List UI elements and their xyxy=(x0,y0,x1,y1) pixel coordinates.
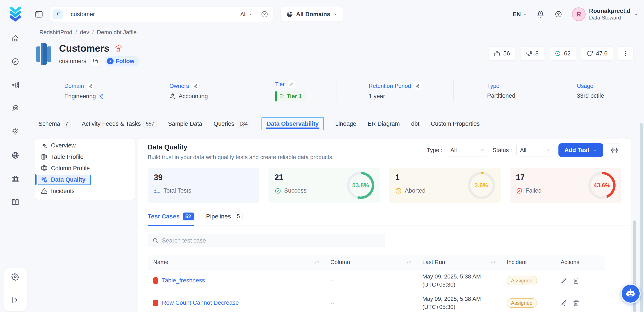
delete-test-button[interactable] xyxy=(573,277,580,284)
rail-item-lineage[interactable] xyxy=(10,80,20,90)
ai-search-chip[interactable] xyxy=(52,9,62,19)
tab-er-diagram[interactable]: ER Diagram xyxy=(368,120,400,127)
subnav-item-overview[interactable]: Overview xyxy=(35,140,135,151)
edit-tier-button[interactable] xyxy=(287,80,295,88)
edit-test-button[interactable] xyxy=(561,277,567,284)
rail-item-domains[interactable] xyxy=(10,150,20,160)
column-value: -- xyxy=(325,277,417,284)
owners-value[interactable]: Accounting xyxy=(169,93,208,100)
test-case-link[interactable]: Row Count Cannot Decrease xyxy=(162,299,239,306)
rail-item-govern[interactable] xyxy=(10,174,20,184)
breadcrumb-separator: / xyxy=(92,29,94,36)
aborted-card: 1 Aborted 2.6% xyxy=(389,168,501,203)
domain-value[interactable]: Engineering xyxy=(64,93,104,100)
edit-test-button[interactable] xyxy=(561,300,567,306)
follow-button[interactable]: ★ Follow xyxy=(105,56,139,66)
edit-domain-button[interactable] xyxy=(87,82,94,90)
clear-search-icon[interactable] xyxy=(261,11,268,18)
edit-retention-button[interactable] xyxy=(414,82,422,90)
subnav-item-column-profile[interactable]: Column Profile xyxy=(35,163,135,174)
rail-item-home[interactable] xyxy=(10,33,20,43)
failed-card: 17 Failed 43.6% xyxy=(510,168,622,203)
gear-icon xyxy=(611,147,618,153)
gear-icon xyxy=(12,273,19,281)
sparkle-icon xyxy=(54,11,60,17)
user-menu[interactable]: R Rounakpreet.d Data Steward xyxy=(572,8,638,21)
tab-schema[interactable]: Schema7 xyxy=(38,120,70,128)
type-filter-select[interactable]: All xyxy=(446,144,488,157)
rail-item-settings[interactable] xyxy=(10,272,20,281)
app-logo[interactable] xyxy=(8,6,23,22)
user-name: Rounakpreet.d xyxy=(589,8,630,15)
rail-item-logout[interactable] xyxy=(10,295,20,305)
collate-logo-icon xyxy=(8,6,23,22)
sort-name[interactable]: ▲▼ xyxy=(314,261,320,263)
usage-label: Usage xyxy=(577,83,593,89)
language-selector[interactable]: EN xyxy=(512,11,527,18)
page-scrollbar[interactable] xyxy=(640,123,643,312)
global-search-bar[interactable]: All xyxy=(50,7,273,22)
notifications-button[interactable] xyxy=(536,10,545,19)
test-case-link[interactable]: Table_freshness xyxy=(162,277,205,284)
copy-name-button[interactable] xyxy=(91,56,100,66)
rail-item-observability[interactable] xyxy=(10,104,20,113)
sidebar-toggle-button[interactable] xyxy=(34,10,43,19)
tab-sample-data[interactable]: Sample Data xyxy=(168,120,202,127)
last-run-value: May 09, 2025, 5:38 AM (UTC+05:30) xyxy=(417,272,502,289)
add-test-button[interactable]: Add Test xyxy=(558,143,604,157)
sort-last-run[interactable]: ▲▼ xyxy=(490,261,496,263)
tab-dbt[interactable]: dbt xyxy=(411,120,420,127)
more-actions-button[interactable] xyxy=(618,47,634,61)
col-incident: Incident xyxy=(507,259,527,265)
tab-lineage[interactable]: Lineage xyxy=(335,120,356,127)
tab-badge: 184 xyxy=(237,120,250,128)
upvote-button[interactable]: 56 xyxy=(489,47,515,61)
rail-item-knowledge[interactable] xyxy=(10,197,20,207)
user-role: Data Steward xyxy=(589,15,630,21)
breadcrumb-service[interactable]: RedshiftProd xyxy=(40,29,72,36)
tab-test-cases[interactable]: Test Cases 52 xyxy=(148,212,194,225)
tab-pipelines[interactable]: Pipelines 5 xyxy=(206,212,243,225)
subnav-item-table-profile[interactable]: Table Profile xyxy=(35,151,135,163)
divider xyxy=(257,10,257,19)
edit-owners-button[interactable] xyxy=(192,82,200,90)
version-button[interactable]: 47.6 xyxy=(581,47,613,61)
delete-test-button[interactable] xyxy=(573,300,580,306)
tab-queries[interactable]: Queries184 xyxy=(214,120,250,128)
test-list-tabs: Test Cases 52 Pipelines 5 xyxy=(138,212,631,225)
rail-item-explore[interactable] xyxy=(10,57,20,66)
rail-item-insights[interactable] xyxy=(10,127,20,137)
sort-column[interactable]: ▲▼ xyxy=(406,261,412,263)
tab-custom-properties[interactable]: Custom Properties xyxy=(431,120,480,127)
all-domains-label: All Domains xyxy=(296,11,330,18)
failed-label: Failed xyxy=(526,187,542,194)
incident-status-badge: Assigned xyxy=(507,276,537,285)
breadcrumb-database[interactable]: dev xyxy=(80,29,89,36)
all-domains-button[interactable]: All Domains xyxy=(280,7,343,22)
test-settings-button[interactable] xyxy=(608,143,621,157)
global-search-input[interactable] xyxy=(71,11,240,18)
views-button[interactable]: 62 xyxy=(549,47,576,61)
help-button[interactable] xyxy=(554,10,563,19)
subnav-item-incidents[interactable]: Incidents xyxy=(35,185,135,197)
slash-circle-icon xyxy=(395,188,402,194)
section-title: Data Quality xyxy=(148,143,334,151)
downvote-button[interactable]: 8 xyxy=(520,47,544,61)
success-percent: 53.8% xyxy=(347,172,374,199)
tab-activity-feeds[interactable]: Activity Feeds & Tasks557 xyxy=(82,120,157,128)
success-label: Success xyxy=(284,187,306,194)
status-filter-select[interactable]: All xyxy=(516,144,554,157)
question-circle-icon xyxy=(555,11,562,18)
tab-data-observability[interactable]: Data Observability xyxy=(267,120,318,127)
alert-siren-icon[interactable] xyxy=(114,44,123,53)
test-case-search[interactable] xyxy=(148,234,385,247)
pencil-icon xyxy=(289,82,293,86)
column-profile-icon xyxy=(41,165,48,172)
breadcrumb-schema[interactable]: Demo dbt Jaffle xyxy=(97,29,137,36)
test-case-search-input[interactable] xyxy=(162,237,380,244)
pencil-icon xyxy=(194,84,198,88)
chat-assistant-button[interactable] xyxy=(620,283,641,304)
search-scope-dropdown[interactable]: All xyxy=(240,11,253,18)
tier-badge: Tier 1 xyxy=(275,91,306,101)
subnav-item-data-quality[interactable]: Data Quality xyxy=(38,175,91,185)
